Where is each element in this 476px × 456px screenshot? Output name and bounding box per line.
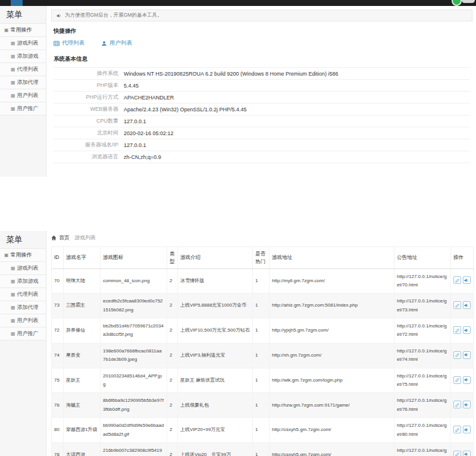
cell-game-hot: 1 (253, 418, 270, 443)
cell-game-url[interactable]: http://myll.gm.7zgm.com/ (270, 268, 394, 293)
sidebar-title: 菜单 (0, 231, 46, 248)
main-dashboard: 为方便使用GM后台，开展GM的基本工具。 快捷操作 代理列表 用户列表 (46, 6, 476, 177)
column-header[interactable]: 游戏介绍 (178, 247, 253, 269)
sidebar-section-common[interactable]: ▣常用操作 (0, 248, 46, 261)
table-row: 78 大话西游 216b9b007c382908c9f54195248816d1… (52, 442, 474, 456)
edit-button[interactable] (453, 376, 461, 384)
column-header[interactable]: 公告地址 (394, 247, 451, 269)
list-icon: ▦ (11, 67, 15, 72)
sidebar-item[interactable]: ▦添加代理 (0, 301, 46, 314)
cell-game-url[interactable]: http://csxyh5.gm.7zgm.com/ (270, 442, 394, 456)
edit-button[interactable] (453, 326, 461, 334)
announce-button[interactable] (463, 401, 471, 408)
announce-button[interactable] (463, 276, 471, 284)
edit-button[interactable] (453, 451, 461, 456)
cell-game-url[interactable]: http://hzw.gm.7zgm.com:9171/game/ (270, 393, 394, 418)
cell-game-url[interactable]: http://yjxjh5.gm.7zgm.com/ (270, 318, 394, 343)
table-row: 74 星辰变 198e600a7668fbcac0811aa7b1de3b09.… (52, 343, 474, 368)
column-header[interactable]: 游戏名字 (64, 247, 101, 269)
edit-button[interactable] (453, 276, 461, 284)
sysinfo-label: WEB服务器 (54, 105, 124, 113)
sysinfo-label: PHP版本 (54, 82, 124, 89)
game-table-body: 70 明珠大陆 common_48_icon.png 2 冰雪情怀版 1 htt… (52, 268, 474, 456)
edit-button[interactable] (453, 401, 461, 408)
list-icon: ▦ (11, 292, 15, 297)
speaker-icon (57, 13, 62, 18)
cell-game-icon-file: bb990a0d2df9d9fe59e6baadad5d8a2f.gif (101, 418, 167, 443)
quick-link-user-list[interactable]: 用户列表 (101, 39, 132, 47)
sidebar-item[interactable]: ▦用户推广 (0, 327, 46, 341)
announce-button[interactable] (463, 376, 471, 384)
sysinfo-row: 北京时间 2020-02-16 05:02:12 (54, 127, 470, 139)
sidebar-item[interactable]: ▦用户列表 (0, 89, 46, 102)
breadcrumb-home-link[interactable]: 首页 (59, 234, 70, 242)
cell-actions (451, 418, 474, 443)
cell-notice-url[interactable]: http://127.0.0.1/notice/get/75.html (394, 368, 451, 393)
sidebar-bottom: 菜单 ▣常用操作 ▦游戏列表 ▦添加游戏 (0, 231, 46, 456)
column-header[interactable]: 类型 (167, 247, 178, 269)
sidebar-item[interactable]: ▦添加代理 (0, 76, 46, 89)
sysinfo-row: 服务器域名/IP 127.0.0.1 (54, 139, 470, 151)
cell-game-url[interactable]: http://xh.gm.7zgm.com/ (270, 343, 394, 368)
list-icon: ▦ (11, 279, 15, 284)
announce-button[interactable] (463, 301, 471, 309)
edit-button[interactable] (453, 426, 461, 433)
column-header[interactable]: 操作 (451, 247, 474, 269)
sidebar-section-common[interactable]: ▣常用操作 (0, 23, 46, 36)
folder-icon: ▣ (4, 252, 9, 258)
announce-button[interactable] (463, 426, 471, 433)
cell-game-name: 三国霸主 (64, 293, 101, 318)
column-header[interactable]: ID (52, 247, 64, 269)
sysinfo-value: 2020-02-16 05:02:12 (124, 130, 174, 136)
column-header[interactable]: 游戏图标 (101, 247, 167, 269)
main-game-list: 首页 游戏列表 ID游戏名字游戏图标类型游戏介绍是否热门游戏地址公告地址操作 (46, 231, 476, 456)
cell-game-id: 70 (52, 268, 64, 293)
edit-button[interactable] (453, 351, 461, 359)
announce-button[interactable] (463, 326, 471, 334)
cell-notice-url[interactable]: http://127.0.0.1/notice/get/78.html (394, 442, 451, 456)
sidebar-title: 菜单 (0, 6, 46, 23)
cell-game-url[interactable]: http://ahlz.gm.7zgm.com:5081/index.php (270, 293, 394, 318)
cell-game-icon-file: 8b6f6ba9c1290995b5b3e97f3fbb0dff.png (101, 393, 167, 418)
cell-game-intro: 上线领豪礼包 (178, 393, 253, 418)
sidebar-item[interactable]: ▦用户列表 (0, 314, 46, 327)
announce-button[interactable] (463, 451, 471, 456)
cell-notice-url[interactable]: http://127.0.0.1/notice/get/74.html (394, 343, 451, 368)
sysinfo-label: 北京时间 (54, 129, 124, 137)
sidebar-item[interactable]: ▦游戏列表 (0, 261, 46, 274)
bullhorn-icon (464, 278, 469, 283)
sysinfo-row: 浏览器语言 zh-CN,zh;q=0.9 (54, 151, 470, 163)
cell-game-intro: 上线VIP5,8888元宝1000万金币 (178, 293, 253, 318)
sidebar-item[interactable]: ▦游戏列表 (0, 36, 46, 49)
sidebar-item[interactable]: ▦代理列表 (0, 63, 46, 76)
sysinfo-label: 浏览器语言 (54, 153, 124, 161)
sysinfo-row: WEB服务器 Apache/2.4.23 (Win32) OpenSSL/1.0… (54, 104, 470, 115)
quick-link-agent-list[interactable]: 代理列表 (54, 39, 84, 47)
cell-game-url[interactable]: http://wlk.gm.7zgm.com/login.php (270, 368, 394, 393)
cell-game-intro: 上线送Vip20、元宝99万 (178, 442, 253, 456)
announce-button[interactable] (463, 351, 471, 359)
bullhorn-icon (464, 303, 469, 308)
cell-notice-url[interactable]: http://127.0.0.1/notice/get/80.html (394, 418, 451, 443)
cell-game-id: 80 (52, 418, 64, 443)
table-icon (54, 40, 60, 46)
sidebar-item[interactable]: ▦代理列表 (0, 288, 46, 301)
list-icon: ▦ (11, 266, 15, 271)
cell-actions (451, 293, 474, 318)
cell-notice-url[interactable]: http://127.0.0.1/notice/get/73.html (394, 293, 451, 318)
edit-button[interactable] (453, 301, 461, 309)
sidebar-item[interactable]: ▦添加游戏 (0, 49, 46, 63)
cell-game-name: 大话西游 (64, 442, 101, 456)
sidebar-item[interactable]: ▦用户推广 (0, 102, 46, 115)
sidebar-item[interactable]: ▦添加游戏 (0, 274, 46, 288)
sysinfo-value: APACHE2HANDLER (124, 95, 174, 101)
edit-icon (455, 427, 460, 432)
cell-notice-url[interactable]: http://127.0.0.1/notice/get/76.html (394, 393, 451, 418)
column-header[interactable]: 游戏地址 (270, 247, 394, 269)
cell-game-url[interactable]: http://csxyh5.gm.7zgm.com/ (270, 418, 394, 443)
cell-notice-url[interactable]: http://127.0.0.1/notice/get/72.html (394, 318, 451, 343)
column-header[interactable]: 是否热门 (253, 247, 270, 269)
cell-game-icon-file: 198e600a7668fbcac0811aa7b1de3b09.jpeg (101, 343, 167, 368)
table-row: 70 明珠大陆 common_48_icon.png 2 冰雪情怀版 1 htt… (52, 268, 474, 293)
cell-notice-url[interactable]: http://127.0.0.1/notice/get/70.html (394, 268, 451, 293)
